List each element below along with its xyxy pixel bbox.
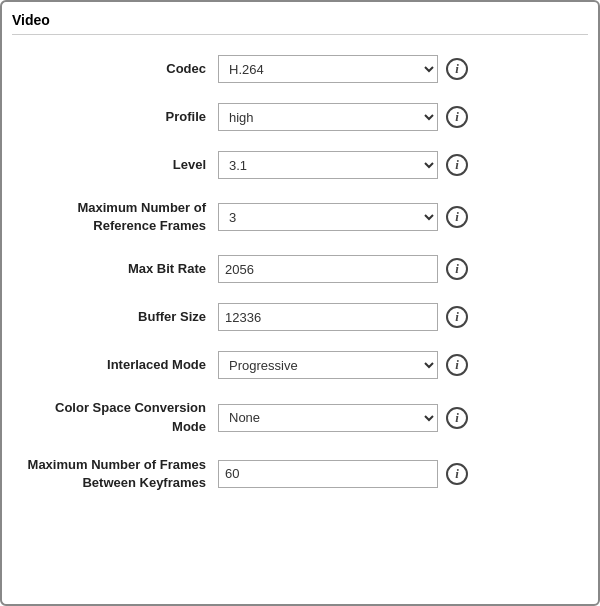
info-icon-interlaced-mode[interactable]: i	[446, 354, 468, 376]
info-icon-codec[interactable]: i	[446, 58, 468, 80]
select-color-space[interactable]: NoneBT.601BT.709	[218, 404, 438, 432]
table-row: Profilebaselinemainhighi	[12, 93, 588, 141]
info-icon-profile[interactable]: i	[446, 106, 468, 128]
field-label-level: Level	[12, 141, 212, 189]
select-codec[interactable]: H.264H.265MPEG-2MPEG-4	[218, 55, 438, 83]
field-label-buffer-size: Buffer Size	[12, 293, 212, 341]
select-level[interactable]: 3.03.13.24.04.1	[218, 151, 438, 179]
section-title: Video	[12, 12, 588, 35]
field-wrap-level: 3.03.13.24.04.1i	[218, 151, 582, 179]
field-wrap-buffer-size: i	[218, 303, 582, 331]
field-label-max-keyframes: Maximum Number of Frames Between Keyfram…	[12, 446, 212, 502]
select-profile[interactable]: baselinemainhigh	[218, 103, 438, 131]
field-label-color-space: Color Space Conversion Mode	[12, 389, 212, 445]
field-label-profile: Profile	[12, 93, 212, 141]
select-max-ref-frames[interactable]: 12345	[218, 203, 438, 231]
field-label-max-ref-frames: Maximum Number of Reference Frames	[12, 189, 212, 245]
info-icon-color-space[interactable]: i	[446, 407, 468, 429]
field-wrap-codec: H.264H.265MPEG-2MPEG-4i	[218, 55, 582, 83]
table-row: Maximum Number of Reference Frames12345i	[12, 189, 588, 245]
field-wrap-color-space: NoneBT.601BT.709i	[218, 404, 582, 432]
info-icon-buffer-size[interactable]: i	[446, 306, 468, 328]
table-row: CodecH.264H.265MPEG-2MPEG-4i	[12, 45, 588, 93]
info-icon-max-ref-frames[interactable]: i	[446, 206, 468, 228]
info-icon-level[interactable]: i	[446, 154, 468, 176]
info-icon-max-keyframes[interactable]: i	[446, 463, 468, 485]
table-row: Level3.03.13.24.04.1i	[12, 141, 588, 189]
select-interlaced-mode[interactable]: ProgressiveInterlacedMBAFF	[218, 351, 438, 379]
field-label-interlaced-mode: Interlaced Mode	[12, 341, 212, 389]
table-row: Buffer Sizei	[12, 293, 588, 341]
field-wrap-max-ref-frames: 12345i	[218, 203, 582, 231]
field-wrap-max-keyframes: i	[218, 460, 582, 488]
input-buffer-size[interactable]	[218, 303, 438, 331]
table-row: Max Bit Ratei	[12, 245, 588, 293]
table-row: Interlaced ModeProgressiveInterlacedMBAF…	[12, 341, 588, 389]
table-row: Color Space Conversion ModeNoneBT.601BT.…	[12, 389, 588, 445]
info-icon-max-bit-rate[interactable]: i	[446, 258, 468, 280]
field-label-codec: Codec	[12, 45, 212, 93]
field-wrap-max-bit-rate: i	[218, 255, 582, 283]
table-row: Maximum Number of Frames Between Keyfram…	[12, 446, 588, 502]
field-wrap-interlaced-mode: ProgressiveInterlacedMBAFFi	[218, 351, 582, 379]
field-label-max-bit-rate: Max Bit Rate	[12, 245, 212, 293]
input-max-bit-rate[interactable]	[218, 255, 438, 283]
video-settings-table: CodecH.264H.265MPEG-2MPEG-4iProfilebasel…	[12, 45, 588, 502]
field-wrap-profile: baselinemainhighi	[218, 103, 582, 131]
input-max-keyframes[interactable]	[218, 460, 438, 488]
